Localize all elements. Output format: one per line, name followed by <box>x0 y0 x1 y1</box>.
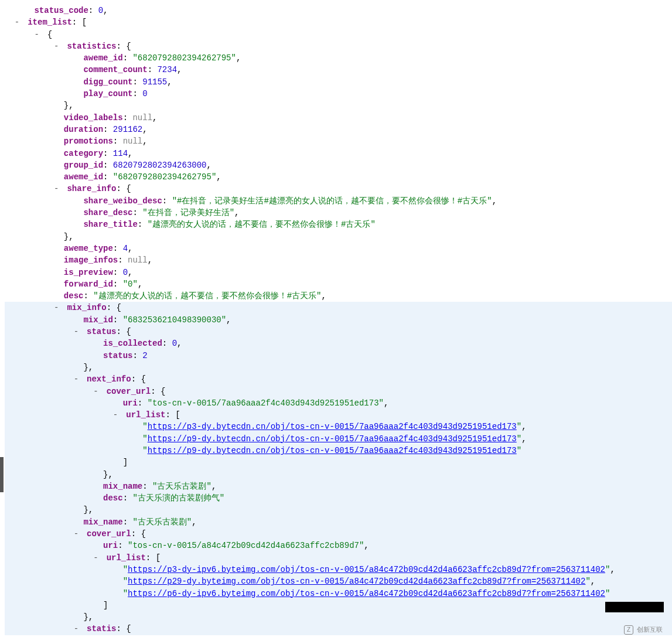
toggle-icon[interactable]: - <box>15 16 23 28</box>
cover-url-2-close: }, <box>5 611 672 623</box>
toggle-icon[interactable]: - <box>54 183 62 195</box>
url-list-2-close: ] <box>5 599 672 611</box>
cover-url-close: }, <box>5 469 672 481</box>
url-link[interactable]: https://p9-dy.bytecdn.cn/obj/tos-cn-v-00… <box>148 434 517 444</box>
group-id: group_id: 6820792802394263000, <box>5 159 672 171</box>
desc: desc: "越漂亮的女人说的话，越不要信，要不然你会很惨！#古天乐", <box>5 290 672 302</box>
toggle-icon[interactable]: - <box>54 40 62 52</box>
statis-open: - statis: { <box>5 623 672 635</box>
item-list-open: - item_list: [ <box>5 16 672 28</box>
toggle-icon[interactable]: - <box>74 528 82 540</box>
uri-1: uri: "tos-cn-v-0015/7aa96aaa2f4c403d943d… <box>5 397 672 409</box>
status-close: }, <box>5 362 672 373</box>
url-list-2-open: - url_list: [ <box>5 552 672 564</box>
category: category: 114, <box>5 148 672 159</box>
url-link[interactable]: https://p9-dy.bytecdn.cn/obj/tos-cn-v-00… <box>148 446 517 455</box>
toggle-icon[interactable]: - <box>74 326 82 338</box>
is-collected: is_collected: 0, <box>5 338 672 349</box>
mix-info-open: - mix_info: { <box>5 302 672 314</box>
share-info-open: - share_info: { <box>5 183 672 195</box>
cover-url-open: - cover_url: { <box>5 386 672 397</box>
toggle-icon[interactable]: - <box>93 386 101 397</box>
statistics-close: }, <box>5 100 672 111</box>
share-title: share_title: "越漂亮的女人说的话，越不要信，要不然你会很惨！#古天… <box>5 219 672 230</box>
aweme-id: aweme_id: "6820792802394262795", <box>5 171 672 183</box>
promotions: promotions: null, <box>5 135 672 147</box>
forward-id: forward_id: "0", <box>5 278 672 290</box>
url-list-2-item-2: "https://p6-dy-ipv6.byteimg.com/obj/tos-… <box>5 588 672 599</box>
duration: duration: 291162, <box>5 124 672 135</box>
next-info-open: - next_info: { <box>5 373 672 385</box>
mix-id: mix_id: "6832536210498390030", <box>5 314 672 326</box>
url-link[interactable]: https://p29-dy.byteimg.com/obj/tos-cn-v-… <box>128 577 585 586</box>
watermark: Z创新互联 <box>624 625 663 635</box>
redacted-box <box>605 602 664 612</box>
next-info-close: }, <box>5 504 672 516</box>
toggle-icon[interactable]: - <box>113 409 121 421</box>
share-desc: share_desc: "在抖音，记录美好生活", <box>5 207 672 219</box>
is-preview: is_preview: 0, <box>5 267 672 278</box>
cover-url-2-open: - cover_url: { <box>5 528 672 540</box>
stat-play-count: play_count: 0 <box>5 88 672 100</box>
url-link[interactable]: https://p3-dy-ipv6.byteimg.com/obj/tos-c… <box>128 565 605 574</box>
url-list-2-item-0: "https://p3-dy-ipv6.byteimg.com/obj/tos-… <box>5 564 672 575</box>
url-list-2-item-1: "https://p29-dy.byteimg.com/obj/tos-cn-v… <box>5 575 672 587</box>
next-desc: desc: "古天乐演的古装剧帅气" <box>5 492 672 504</box>
toggle-icon[interactable]: - <box>54 302 62 314</box>
url-link[interactable]: https://p3-dy.bytecdn.cn/obj/tos-cn-v-00… <box>148 422 517 431</box>
toggle-icon[interactable]: - <box>93 552 101 564</box>
status-inner: status: 2 <box>5 350 672 362</box>
stat-aweme-id: aweme_id: "6820792802394262795", <box>5 52 672 64</box>
json-viewer: status_code: 0, - item_list: [ - { - sta… <box>5 5 672 635</box>
stat-comment-count: comment_count: 7234, <box>5 64 672 76</box>
url-list-1-open: - url_list: [ <box>5 409 672 421</box>
truncated-top: status_code: 0, <box>5 5 672 16</box>
video-labels: video_labels: null, <box>5 112 672 124</box>
obj-open: - { <box>5 29 672 40</box>
uri-2: uri: "tos-cn-v-0015/a84c472b09cd42d4a662… <box>5 540 672 551</box>
aweme-type: aweme_type: 4, <box>5 243 672 254</box>
url-list-1-close: ] <box>5 456 672 468</box>
share-weibo-desc: share_weibo_desc: "#在抖音，记录美好生活#越漂亮的女人说的话… <box>5 195 672 207</box>
image-infos: image_infos: null, <box>5 254 672 266</box>
statistics-open: - statistics: { <box>5 40 672 52</box>
url-link[interactable]: https://p6-dy-ipv6.byteimg.com/obj/tos-c… <box>128 589 605 598</box>
mix-name: mix_name: "古天乐古装剧", <box>5 516 672 528</box>
stat-digg-count: digg_count: 91155, <box>5 76 672 88</box>
url-list-1-item-1: "https://p9-dy.bytecdn.cn/obj/tos-cn-v-0… <box>5 433 672 445</box>
next-mix-name: mix_name: "古天乐古装剧", <box>5 481 672 492</box>
url-list-1-item-2: "https://p9-dy.bytecdn.cn/obj/tos-cn-v-0… <box>5 445 672 456</box>
toggle-icon[interactable]: - <box>74 373 82 385</box>
share-info-close: }, <box>5 231 672 243</box>
url-list-1-item-0: "https://p3-dy.bytecdn.cn/obj/tos-cn-v-0… <box>5 421 672 432</box>
side-indicator <box>0 457 4 492</box>
toggle-icon[interactable]: - <box>34 29 42 40</box>
toggle-icon[interactable]: - <box>74 623 82 635</box>
status-open: - status: { <box>5 326 672 338</box>
